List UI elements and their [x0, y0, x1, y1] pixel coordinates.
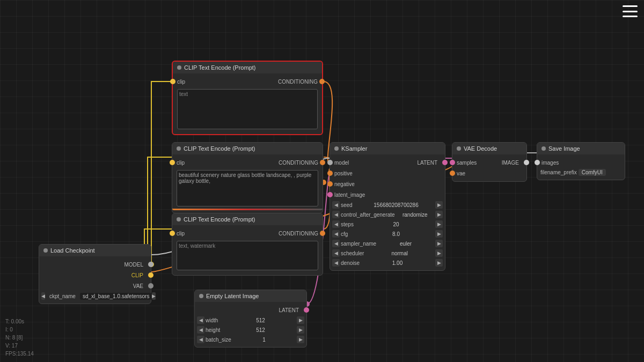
cfg-prev-btn[interactable]: ◀ — [332, 230, 340, 238]
seed-next-btn[interactable]: ▶ — [435, 201, 443, 209]
save-image-node: Save Image images filename_prefix ComfyU… — [537, 142, 625, 180]
scheduler-next-btn[interactable]: ▶ — [435, 249, 443, 257]
ksampler-scheduler-row: ◀ scheduler normal ▶ — [330, 248, 445, 258]
vae-vae-label: vae — [452, 171, 526, 176]
ksampler-neg-label: negative — [330, 181, 445, 187]
control-next-btn[interactable]: ▶ — [435, 211, 443, 218]
clip-top-cond-label: CONDITIONING — [274, 79, 322, 85]
scheduler-prev-btn[interactable]: ◀ — [332, 249, 340, 257]
height-prev-btn[interactable]: ◀ — [197, 326, 204, 334]
empty-latent-header: Empty Latent Image — [195, 290, 306, 302]
vae-decode-node: VAE Decode samples IMAGE vae — [452, 142, 527, 182]
ckpt-row: ◀ ckpt_name sd_xl_base_1.0.safetensors ▶ — [39, 291, 151, 301]
clip-mid-header: CLIP Text Encode (Prompt) — [172, 143, 323, 154]
ksampler-neg-port — [327, 181, 333, 187]
clip-mid-title: CLIP Text Encode (Prompt) — [184, 145, 255, 152]
clip-bot-textarea[interactable]: text, watermark — [177, 241, 318, 270]
ckpt-next-btn[interactable]: ▶ — [152, 292, 156, 300]
seed-prev-btn[interactable]: ◀ — [332, 201, 340, 209]
clip-bot-cond-port — [320, 231, 325, 236]
clip-mid-clip-port — [170, 160, 175, 165]
clip-out-label: CLIP — [39, 272, 151, 278]
filename-value: ComfyUI — [579, 169, 606, 176]
ksampler-control-row: ◀ control_after_generate randomize ▶ — [330, 210, 445, 219]
clip-top-title: CLIP Text Encode (Prompt) — [184, 64, 256, 71]
seed-label: seed — [341, 202, 357, 208]
clip-top-header: CLIP Text Encode (Prompt) — [173, 62, 322, 73]
vae-image-out-label: IMAGE — [497, 160, 526, 166]
status-time: T: 0.00s — [5, 317, 34, 326]
cfg-next-btn[interactable]: ▶ — [435, 230, 443, 238]
latent-out-port — [304, 307, 309, 313]
empty-latent-title: Empty Latent Image — [206, 293, 259, 299]
denoise-label: denoise — [341, 260, 360, 266]
batch-prev-btn[interactable]: ◀ — [197, 336, 204, 343]
clip-top-dot — [177, 65, 181, 70]
hamburger-menu[interactable] — [623, 5, 638, 17]
ksampler-node: KSampler model LATENT positive negative … — [330, 142, 445, 271]
ksampler-latent-in-port — [327, 192, 333, 197]
ksampler-latent-label: LATENT — [413, 160, 445, 166]
width-prev-btn[interactable]: ◀ — [197, 316, 204, 324]
ksampler-pos-port — [327, 171, 333, 176]
ksampler-header: KSampler — [330, 143, 445, 154]
clip-mid-textarea[interactable]: beautiful scenery nature glass bottle la… — [177, 170, 318, 206]
hamburger-line-3 — [623, 16, 638, 17]
ksampler-latent-port — [442, 160, 448, 165]
sampler-label: sampler_name — [341, 241, 376, 247]
save-image-dot — [541, 146, 546, 151]
denoise-value: 1.00 — [361, 260, 434, 266]
cfg-label: cfg — [341, 231, 357, 237]
batch-label: batch_size — [206, 337, 231, 343]
ckpt-name-label: ckpt_name — [45, 293, 80, 299]
steps-value: 20 — [358, 221, 434, 227]
canvas: CLIP Text Encode (Prompt) clip CONDITION… — [0, 0, 644, 362]
width-label: width — [206, 317, 224, 323]
load-checkpoint-node: Load Checkpoint MODEL CLIP VAE ◀ ckpt_na… — [39, 244, 151, 304]
vae-out-port — [148, 283, 153, 289]
denoise-prev-btn[interactable]: ◀ — [332, 259, 340, 267]
save-image-title: Save Image — [548, 145, 580, 152]
denoise-next-btn[interactable]: ▶ — [435, 259, 443, 267]
width-next-btn[interactable]: ▶ — [297, 316, 304, 324]
filename-row: filename_prefix ComfyUI — [537, 168, 625, 177]
clip-top-textarea[interactable]: text — [177, 89, 318, 129]
sampler-prev-btn[interactable]: ◀ — [332, 240, 340, 247]
hamburger-line-2 — [623, 11, 638, 12]
status-n: N: 8 [8] — [5, 334, 34, 342]
ksampler-model-port — [327, 160, 333, 165]
vae-vae-port — [450, 171, 455, 176]
ksampler-sampler-row: ◀ sampler_name euler ▶ — [330, 239, 445, 248]
control-label: control_after_generate — [341, 212, 395, 218]
steps-prev-btn[interactable]: ◀ — [332, 220, 340, 228]
hamburger-line-1 — [623, 5, 638, 7]
clip-out-port — [148, 272, 153, 278]
status-fps: FPS:135.14 — [5, 350, 34, 358]
batch-next-btn[interactable]: ▶ — [297, 336, 304, 343]
clip-mid-clip-label: clip — [172, 160, 274, 166]
vae-decode-title: VAE Decode — [464, 145, 497, 152]
sampler-next-btn[interactable]: ▶ — [435, 240, 443, 247]
clip-bot-header: CLIP Text Encode (Prompt) — [172, 213, 323, 225]
batch-row: ◀ batch_size 1 ▶ — [195, 335, 306, 344]
status-bar: T: 0.00s I: 0 N: 8 [8] V: 17 FPS:135.14 — [5, 317, 34, 358]
height-next-btn[interactable]: ▶ — [297, 326, 304, 334]
height-row: ◀ height 512 ▶ — [195, 325, 306, 335]
vae-image-out-port — [524, 160, 529, 165]
clip-bot-clip-port — [170, 231, 175, 236]
vae-samples-label: samples — [452, 160, 497, 166]
empty-latent-dot — [199, 294, 203, 298]
clip-bot-clip-label: clip — [172, 231, 274, 237]
ksampler-seed-row: ◀ seed 156680208700286 ▶ — [330, 200, 445, 210]
ckpt-prev-btn[interactable]: ◀ — [41, 292, 45, 300]
clip-bot-cond-label: CONDITIONING — [274, 231, 323, 237]
empty-latent-node: Empty Latent Image LATENT ◀ width 512 ▶ … — [194, 290, 307, 348]
control-value: randomize — [396, 212, 434, 218]
steps-label: steps — [341, 221, 357, 227]
control-prev-btn[interactable]: ◀ — [332, 211, 340, 218]
clip-mid-dot — [177, 146, 181, 151]
ksampler-model-label: model — [330, 160, 413, 166]
width-value: 512 — [225, 317, 296, 323]
ksampler-cfg-row: ◀ cfg 8.0 ▶ — [330, 229, 445, 239]
steps-next-btn[interactable]: ▶ — [435, 220, 443, 228]
